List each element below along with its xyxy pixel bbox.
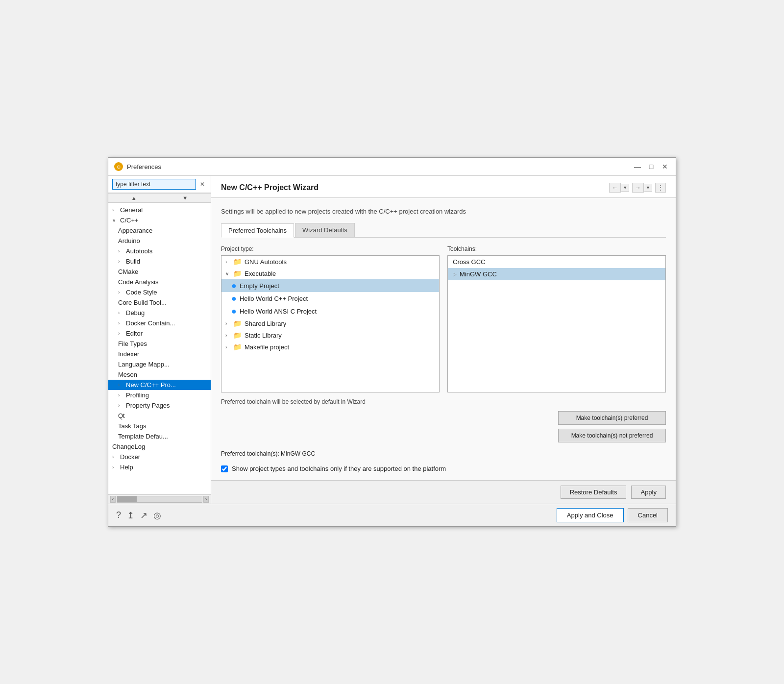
folder-icon: 📁 — [233, 331, 242, 339]
tab-preferred-toolchains[interactable]: Preferred Toolchains — [221, 223, 294, 238]
preferred-status: Preferred toolchain(s): MinGW GCC — [221, 450, 666, 457]
back-dropdown-button[interactable]: ▼ — [621, 184, 629, 192]
sidebar-item-debug[interactable]: › Debug — [108, 308, 211, 318]
sidebar-item-label: Debug — [126, 309, 145, 317]
sidebar-item-label: Core Build Tool... — [118, 299, 167, 306]
forward-dropdown-button[interactable]: ▼ — [644, 184, 652, 192]
sidebar-item-label: Appearance — [118, 227, 152, 234]
sidebar-item-language-map[interactable]: Language Mapp... — [108, 359, 211, 369]
project-type-tree[interactable]: › 📁 GNU Autotools ∨ 📁 Executable — [221, 255, 440, 392]
sidebar-item-label: Profiling — [126, 391, 149, 399]
sidebar-item-editor[interactable]: › Editor — [108, 328, 211, 339]
sidebar-item-docker-contain[interactable]: › Docker Contain... — [108, 318, 211, 328]
cancel-button[interactable]: Cancel — [628, 508, 668, 522]
sidebar-item-code-analysis[interactable]: Code Analysis — [108, 277, 211, 287]
two-column-section: Project type: › 📁 GNU Autotools ∨ 📁 — [221, 245, 666, 392]
hscroll-track[interactable] — [117, 496, 202, 503]
project-type-hello-world-c[interactable]: ● Hello World ANSI C Project — [221, 305, 439, 318]
scroll-down-button[interactable]: ▼ — [160, 194, 211, 202]
sidebar-item-label: Arduino — [118, 237, 140, 244]
project-type-gnu-autotools[interactable]: › 📁 GNU Autotools — [221, 256, 439, 268]
sidebar-item-template-defau[interactable]: Template Defau... — [108, 431, 211, 441]
content-bottom-bar: Restore Defaults Apply — [211, 480, 676, 504]
sidebar-item-general[interactable]: › General — [108, 205, 211, 215]
more-options-button[interactable]: ⋮ — [655, 183, 666, 193]
project-type-hello-world-cpp[interactable]: ● Hello World C++ Project — [221, 292, 439, 305]
export-icon[interactable]: ↗ — [140, 510, 147, 521]
back-button[interactable]: ← — [609, 183, 621, 193]
project-type-label: Executable — [245, 270, 276, 277]
sidebar-item-task-tags[interactable]: Task Tags — [108, 421, 211, 431]
play-icon: ▷ — [453, 271, 457, 277]
project-type-makefile-project[interactable]: › 📁 Makefile project — [221, 341, 439, 353]
project-type-label: GNU Autotools — [245, 258, 287, 266]
chevron-icon: › — [118, 382, 124, 388]
search-input[interactable] — [112, 179, 196, 190]
toolchain-mingw-gcc[interactable]: ▷ MinGW GCC — [448, 268, 665, 280]
sidebar-item-cpp[interactable]: ∨ C/C++ — [108, 215, 211, 225]
sidebar-item-meson[interactable]: Meson — [108, 369, 211, 380]
make-not-preferred-button[interactable]: Make toolchain(s) not preferred — [558, 429, 666, 442]
show-checkbox[interactable] — [221, 465, 228, 472]
sidebar-item-core-build-tool[interactable]: Core Build Tool... — [108, 297, 211, 308]
apply-close-button[interactable]: Apply and Close — [557, 508, 624, 522]
chevron-icon: › — [118, 310, 124, 316]
sidebar-item-label: Task Tags — [118, 422, 147, 430]
sidebar-item-code-style[interactable]: › Code Style — [108, 287, 211, 297]
sidebar-item-label: New C/C++ Pro... — [126, 381, 176, 389]
make-preferred-button[interactable]: Make toolchain(s) preferred — [558, 411, 666, 425]
project-type-label: Makefile project — [245, 343, 289, 351]
toolchains-label: Toolchains: — [447, 245, 666, 252]
project-type-section: Project type: › 📁 GNU Autotools ∨ 📁 — [221, 245, 440, 392]
sidebar-item-new-cpp[interactable]: › New C/C++ Pro... — [108, 380, 211, 390]
close-button[interactable]: ✕ — [660, 162, 670, 171]
chevron-icon: › — [118, 259, 124, 264]
sidebar-item-appearance[interactable]: Appearance — [108, 225, 211, 236]
maximize-button[interactable]: □ — [646, 162, 656, 171]
forward-button[interactable]: → — [632, 183, 644, 193]
tabs-bar: Preferred Toolchains Wizard Defaults — [221, 223, 666, 238]
toolchains-list[interactable]: Cross GCC ▷ MinGW GCC — [447, 255, 666, 392]
scroll-up-button[interactable]: ▲ — [108, 194, 160, 202]
sidebar-item-profiling[interactable]: › Profiling — [108, 390, 211, 400]
sidebar: ✕ ▲ ▼ › General ∨ C/C++ App — [108, 176, 211, 504]
horizontal-scrollbar[interactable]: ‹ › — [108, 494, 211, 504]
sidebar-item-label: Editor — [126, 330, 143, 337]
import-icon[interactable]: ↥ — [127, 510, 134, 521]
sidebar-item-changelog[interactable]: ChangeLog — [108, 441, 211, 452]
preferences-window: ⊙ Preferences — □ ✕ ✕ ▲ ▼ — [108, 157, 676, 527]
sidebar-item-build[interactable]: › Build — [108, 256, 211, 267]
project-type-executable[interactable]: ∨ 📁 Executable — [221, 268, 439, 279]
project-type-static-library[interactable]: › 📁 Static Library — [221, 329, 439, 341]
sidebar-item-label: Code Style — [126, 289, 157, 296]
project-type-shared-library[interactable]: › 📁 Shared Library — [221, 318, 439, 329]
project-type-label: Shared Library — [245, 320, 286, 327]
hscroll-right-button[interactable]: › — [203, 496, 209, 503]
tab-wizard-defaults[interactable]: Wizard Defaults — [295, 223, 355, 237]
sidebar-item-docker[interactable]: › Docker — [108, 452, 211, 462]
minimize-button[interactable]: — — [633, 162, 642, 171]
settings-icon[interactable]: ◎ — [153, 510, 161, 521]
sidebar-item-qt[interactable]: Qt — [108, 411, 211, 421]
sidebar-item-label: Code Analysis — [118, 278, 158, 286]
restore-defaults-button[interactable]: Restore Defaults — [561, 486, 627, 499]
sidebar-item-autotools[interactable]: › Autotools — [108, 246, 211, 256]
sidebar-item-indexer[interactable]: Indexer — [108, 349, 211, 359]
project-type-label: Project type: — [221, 245, 440, 252]
hscroll-left-button[interactable]: ‹ — [110, 496, 116, 503]
sidebar-item-cmake[interactable]: CMake — [108, 267, 211, 277]
toolchain-label: MinGW GCC — [460, 270, 497, 278]
project-type-empty-project[interactable]: ● Empty Project — [221, 279, 439, 292]
chevron-icon: ∨ — [112, 218, 118, 223]
project-type-label: Empty Project — [240, 282, 279, 290]
help-icon[interactable]: ? — [116, 510, 121, 520]
search-clear-button[interactable]: ✕ — [198, 180, 207, 189]
sidebar-item-file-types[interactable]: File Types — [108, 339, 211, 349]
chevron-icon: › — [225, 321, 230, 326]
toolchain-cross-gcc[interactable]: Cross GCC — [448, 256, 665, 268]
sidebar-item-arduino[interactable]: Arduino — [108, 236, 211, 246]
apply-button[interactable]: Apply — [631, 486, 666, 499]
sidebar-item-help[interactable]: › Help — [108, 462, 211, 472]
sidebar-item-property-pages[interactable]: › Property Pages — [108, 400, 211, 411]
preferred-note: Preferred toolchain will be selected by … — [221, 398, 666, 405]
